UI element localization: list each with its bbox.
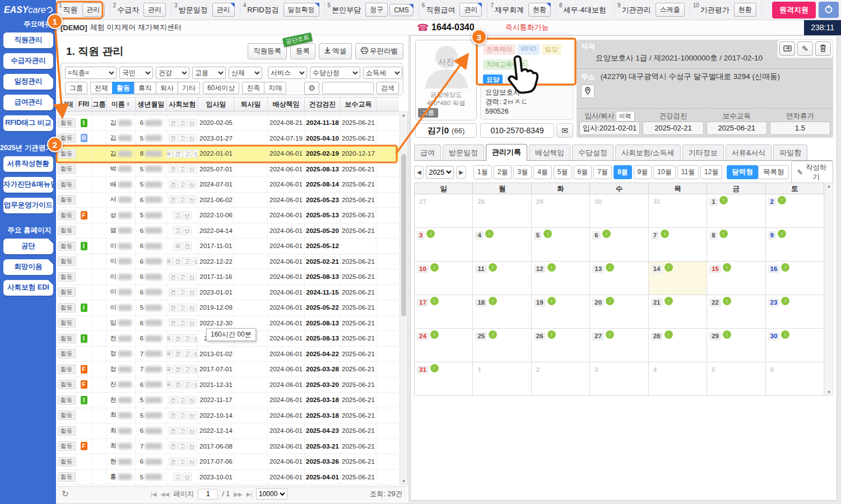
column-header-퇴사일[interactable]: 퇴사일 [234, 97, 268, 111]
calendar-cell-11[interactable]: 11↑ [473, 262, 531, 295]
group-filter-button[interactable]: 그룹 [65, 82, 87, 94]
month-button-8월[interactable]: 8월 [614, 165, 632, 179]
calendar-cell-25[interactable]: 25↑ [473, 329, 531, 362]
table-row[interactable]: 활동서6건고산2021-06-022024-06-012025-05-23202… [57, 193, 399, 208]
table-row[interactable]: 활동I김6건고산2020-02-052024-08-212024-11-1820… [57, 115, 399, 131]
age-filter-button[interactable]: 60세이상 [203, 82, 239, 94]
calendar-cell-4[interactable]: 4 [649, 362, 707, 396]
calendar-cell-3[interactable]: 3↑ [415, 228, 473, 262]
tab-관리기록[interactable]: 관리기록 [486, 144, 527, 161]
sidebar-item-일정관리[interactable]: 일정관리 [3, 74, 53, 90]
month-button-3월[interactable]: 3월 [513, 165, 532, 179]
nav-button-스케줄[interactable]: 스케줄 [656, 3, 685, 17]
filter-친족[interactable]: 친족 [242, 82, 264, 94]
month-button-1월[interactable]: 1월 [473, 165, 492, 179]
calendar-cell-12[interactable]: 12↑ [532, 262, 590, 295]
badge-RFID[interactable]: RFID [518, 44, 540, 55]
table-row[interactable]: 활동이6건고산2017-11-162024-06-012025-08-13202… [57, 269, 399, 285]
column-header-입사일[interactable]: 입사일 [198, 97, 234, 111]
calendar-cell-30[interactable]: 30↑ [766, 329, 824, 362]
table-row[interactable]: 활동김8국건고산2022-01-012024-06-012025-02-1920… [57, 146, 399, 162]
table-row[interactable]: 활동최5건고산2022-10-142024-06-012025-03-18202… [57, 408, 399, 424]
tab-배상책임[interactable]: 배상책임 [529, 144, 570, 160]
calendar-cell-1[interactable]: 1↑ [707, 194, 765, 228]
nav-button-관리[interactable]: 관리 [459, 3, 482, 17]
sidebar-item-급여관리[interactable]: 급여관리 [3, 95, 53, 110]
table-row[interactable]: 활동F정7국건고산2017-07-012024-06-012025-03-282… [57, 362, 399, 377]
nav-button-CMS[interactable]: CMS [389, 4, 413, 16]
scroll-up-icon[interactable]: ▲ [400, 113, 407, 118]
calendar-cell-28[interactable]: 28↑ [649, 329, 707, 362]
calendar-scrollbar[interactable]: ▲ ▼ [825, 183, 833, 396]
tab-기타정보[interactable]: 기타정보 [682, 144, 724, 160]
filter-select-고용[interactable]: 고용 [192, 67, 226, 79]
calendar-cell-6[interactable]: 6 [766, 362, 824, 396]
calendar-cell-2[interactable]: 2 [532, 362, 590, 396]
scrollbar-thumb[interactable] [401, 154, 406, 316]
calendar-cell-29[interactable]: 29↑ [707, 329, 765, 362]
column-header-보수교육[interactable]: 보수교육 [341, 97, 377, 111]
mail-label-button[interactable]: 우편라벨 [355, 43, 403, 59]
search-button[interactable]: 검색 [377, 82, 399, 94]
calendar-cell-3[interactable]: 3 [590, 362, 648, 396]
column-header-이름[interactable]: 이름⇕ [106, 97, 136, 111]
table-row[interactable]: 활동염6고산2022-04-142024-06-012025-05-202025… [57, 223, 399, 239]
page-number-input[interactable] [198, 489, 218, 500]
nav-button-현황[interactable]: 현황 [528, 3, 551, 17]
filter-status-휴직[interactable]: 휴직 [134, 82, 156, 94]
calendar-cell-20[interactable]: 20↑ [590, 295, 648, 329]
table-row[interactable]: 활동최6건고산2022-12-142024-06-012025-04-23202… [57, 423, 399, 439]
nav-button-청구[interactable]: 청구 [365, 3, 388, 17]
power-button[interactable] [819, 2, 839, 18]
edit-button[interactable]: ✎ [797, 41, 813, 56]
table-row[interactable]: 활동정7국건고산2013-01-022024-06-012025-04-2220… [57, 347, 399, 362]
sidebar-item-서류작성현황[interactable]: 서류작성현황 [3, 156, 53, 172]
filter-select-서비스[interactable]: 서비스 [268, 67, 307, 79]
table-row[interactable]: 활동I이6국건2017-11-012024-06-012025-05-12 [57, 239, 399, 254]
calendar-cell-5[interactable]: 5 [707, 362, 765, 396]
calendar-cell-6[interactable]: 6↑ [590, 228, 648, 262]
badge-치매교육이수[interactable]: 치매교육이수 [483, 59, 528, 70]
calendar-cell-14[interactable]: 14↑ [649, 262, 707, 295]
table-row[interactable]: 활동배5건고산2024-07-012024-06-012025-08-14202… [57, 177, 399, 193]
calendar-cell-27[interactable]: 27 [415, 194, 473, 228]
table-row[interactable]: 활동I천5건고산2022-11-172024-06-012025-03-1820… [57, 393, 399, 408]
table-row[interactable]: 활동F최7건고산2017-06-082024-06-012025-03-2120… [57, 439, 399, 455]
first-page-icon[interactable]: |◀ [151, 491, 156, 497]
calendar-cell-21[interactable]: 21↑ [649, 295, 707, 329]
table-row[interactable]: 활동현6건고산2017-07-062024-06-012025-03-26202… [57, 454, 399, 470]
calendar-cell-7[interactable]: 7↑ [649, 228, 707, 262]
calendar-cell-8[interactable]: 8↑ [707, 228, 765, 262]
column-header-사회보험[interactable]: 사회보험 [167, 97, 198, 111]
table-row[interactable]: 활동R김5건고산2023-01-272024-07-192025-04-1020… [57, 131, 399, 147]
column-header-배상책임[interactable]: 배상책임 [268, 97, 305, 111]
month-button-5월[interactable]: 5월 [554, 165, 572, 179]
filter-치매[interactable]: 치매 [264, 82, 286, 94]
badge-친족케어[interactable]: 친족케어 [483, 44, 515, 55]
nav-button-현황[interactable]: 현황 [734, 3, 756, 17]
sidebar-item-사회보험 EDI[interactable]: 사회보험 EDI [3, 280, 53, 296]
sidebar-item-자가진단&매뉴얼[interactable]: 자가진단&매뉴얼 [3, 177, 53, 193]
table-row[interactable]: 활동홍5고산2023-10-012024-06-012025-04-012025… [57, 470, 399, 486]
column-header-그룹[interactable]: 그룹 [92, 97, 106, 111]
last-page-icon[interactable]: ▶| [247, 491, 252, 497]
calendar-cell-1[interactable]: 1 [473, 362, 531, 396]
month-button-2월[interactable]: 2월 [494, 165, 512, 179]
excel-export-button[interactable]: 엑셀 [319, 43, 352, 59]
column-header-건강검진[interactable]: 건강검진 [305, 97, 341, 111]
filter-status-퇴사[interactable]: 퇴사 [156, 82, 178, 94]
page-size-select[interactable]: 10000 [256, 488, 287, 500]
table-row[interactable]: 활동이6건고산2023-01-012024-06-012024-11-15202… [57, 285, 399, 301]
calendar-scroll-down-icon[interactable]: ▼ [825, 390, 833, 395]
sidebar-item-업무운영가이드[interactable]: 업무운영가이드 [3, 198, 53, 213]
month-button-4월[interactable]: 4월 [533, 165, 552, 179]
calendar-cell-2[interactable]: 2↑ [766, 194, 824, 228]
month-button-10월[interactable]: 10월 [653, 165, 675, 179]
filter-select-산재[interactable]: 산재 [229, 67, 262, 79]
column-header-생년월일[interactable]: 생년월일 [136, 97, 167, 111]
remote-support-button[interactable]: 원격지원 [772, 2, 816, 18]
table-scrollbar[interactable]: ▲ ▼ [399, 111, 408, 485]
calendar-cell-24[interactable]: 24↑ [415, 329, 473, 362]
map-pin-button[interactable] [581, 85, 594, 98]
calendar-cell-26[interactable]: 26↑ [532, 329, 590, 362]
